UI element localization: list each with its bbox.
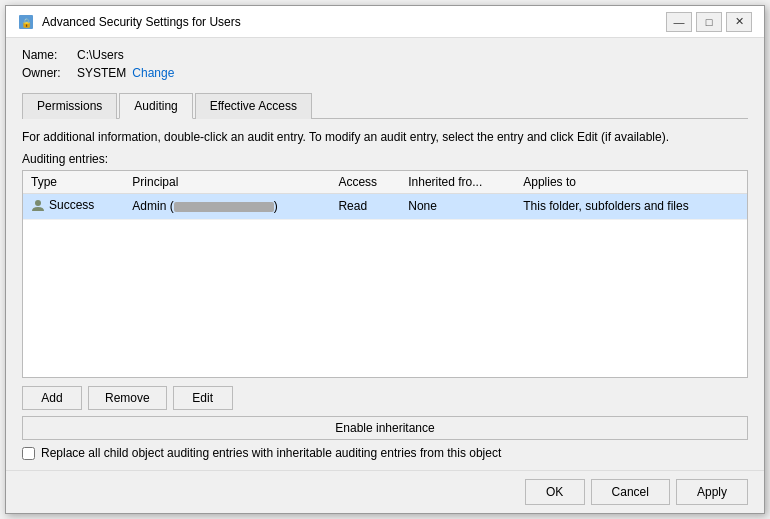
tab-bar: Permissions Auditing Effective Access [22, 92, 748, 119]
table-body: Success Admin () Read None This folder, … [23, 193, 747, 219]
col-inherited: Inherited fro... [400, 171, 515, 194]
change-owner-link[interactable]: Change [132, 66, 174, 80]
replace-checkbox[interactable] [22, 447, 35, 460]
owner-value: SYSTEM [77, 66, 126, 80]
close-button[interactable]: ✕ [726, 12, 752, 32]
add-button[interactable]: Add [22, 386, 82, 410]
owner-row: Owner: SYSTEM Change [22, 66, 748, 80]
action-buttons-row: Add Remove Edit [22, 386, 748, 410]
auditing-entries-table-container: Type Principal Access Inherited fro... A… [22, 170, 748, 378]
table-header: Type Principal Access Inherited fro... A… [23, 171, 747, 194]
replace-checkbox-label: Replace all child object auditing entrie… [41, 446, 501, 460]
col-applies-to: Applies to [515, 171, 747, 194]
owner-label: Owner: [22, 66, 77, 80]
row-inherited: None [400, 193, 515, 219]
edit-button[interactable]: Edit [173, 386, 233, 410]
window-title: Advanced Security Settings for Users [42, 15, 241, 29]
col-principal: Principal [124, 171, 330, 194]
row-access: Read [330, 193, 400, 219]
user-avatar-icon [31, 198, 45, 212]
name-value: C:\Users [77, 48, 124, 62]
row-applies-to: This folder, subfolders and files [515, 193, 747, 219]
cancel-button[interactable]: Cancel [591, 479, 670, 505]
col-type: Type [23, 171, 124, 194]
maximize-button[interactable]: □ [696, 12, 722, 32]
enable-inheritance-button[interactable]: Enable inheritance [22, 416, 748, 440]
row-principal: Admin () [124, 193, 330, 219]
name-row: Name: C:\Users [22, 48, 748, 62]
window-icon: 🔒 [18, 14, 34, 30]
row-type: Success [23, 193, 124, 219]
tab-auditing[interactable]: Auditing [119, 93, 192, 119]
title-bar: 🔒 Advanced Security Settings for Users —… [6, 6, 764, 38]
svg-text:🔒: 🔒 [21, 17, 33, 29]
table-header-row: Type Principal Access Inherited fro... A… [23, 171, 747, 194]
replace-checkbox-row: Replace all child object auditing entrie… [22, 446, 748, 460]
user-icon-cell: Success [31, 198, 94, 212]
apply-button[interactable]: Apply [676, 479, 748, 505]
tab-permissions[interactable]: Permissions [22, 93, 117, 119]
auditing-entries-table: Type Principal Access Inherited fro... A… [23, 171, 747, 220]
footer: OK Cancel Apply [6, 470, 764, 513]
main-window: 🔒 Advanced Security Settings for Users —… [5, 5, 765, 514]
section-label: Auditing entries: [22, 152, 748, 166]
tab-effective-access[interactable]: Effective Access [195, 93, 312, 119]
table-row[interactable]: Success Admin () Read None This folder, … [23, 193, 747, 219]
title-bar-controls: — □ ✕ [666, 12, 752, 32]
main-content: Name: C:\Users Owner: SYSTEM Change Perm… [6, 38, 764, 470]
minimize-button[interactable]: — [666, 12, 692, 32]
ok-button[interactable]: OK [525, 479, 585, 505]
name-label: Name: [22, 48, 77, 62]
redacted-principal [174, 202, 274, 212]
remove-button[interactable]: Remove [88, 386, 167, 410]
info-text: For additional information, double-click… [22, 129, 748, 146]
col-access: Access [330, 171, 400, 194]
title-bar-left: 🔒 Advanced Security Settings for Users [18, 14, 241, 30]
svg-point-2 [35, 200, 41, 206]
